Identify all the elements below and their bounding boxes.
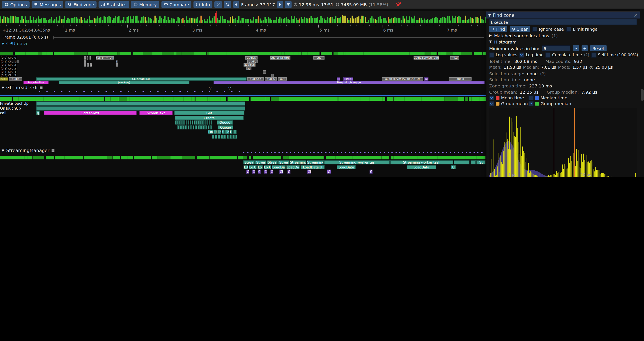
activity-segment[interactable] bbox=[293, 52, 298, 55]
sm-messages-track[interactable] bbox=[0, 152, 486, 154]
message-dot[interactable] bbox=[352, 152, 354, 153]
frame-bar[interactable] bbox=[343, 16, 344, 23]
zone[interactable] bbox=[205, 125, 207, 129]
frame-bar[interactable] bbox=[69, 19, 70, 23]
frame-bar[interactable] bbox=[16, 17, 18, 23]
message-dot[interactable] bbox=[202, 91, 203, 92]
frame-bar[interactable] bbox=[176, 21, 177, 23]
frame-bar[interactable] bbox=[286, 17, 287, 23]
zone[interactable]: LoadData U bbox=[301, 165, 324, 169]
message-dot[interactable] bbox=[344, 152, 346, 153]
zone[interactable]: C bbox=[246, 170, 249, 174]
section-cpu-data[interactable]: ▼CPU data bbox=[2, 41, 27, 47]
activity-segment[interactable] bbox=[346, 52, 351, 55]
message-dot[interactable] bbox=[290, 152, 291, 153]
frame-bar[interactable] bbox=[408, 20, 409, 23]
zone[interactable]: audio bbox=[247, 60, 258, 63]
frame-bar[interactable] bbox=[87, 19, 88, 23]
frame-bar[interactable] bbox=[364, 17, 366, 23]
message-dot[interactable] bbox=[298, 152, 299, 153]
activity-segment[interactable] bbox=[387, 97, 394, 101]
close-icon[interactable]: × bbox=[634, 13, 638, 18]
activity-segment[interactable] bbox=[417, 156, 426, 159]
frame-bar[interactable] bbox=[411, 17, 412, 23]
message-dot[interactable] bbox=[388, 152, 389, 153]
activity-segment[interactable] bbox=[317, 97, 320, 101]
frame-bar[interactable] bbox=[172, 19, 174, 23]
activity-segment[interactable] bbox=[64, 156, 73, 159]
frame-bar[interactable] bbox=[46, 20, 47, 23]
frame-bar[interactable] bbox=[112, 20, 113, 23]
frame-bar[interactable] bbox=[252, 20, 253, 23]
frame-bar[interactable] bbox=[458, 16, 460, 23]
frame-bar[interactable] bbox=[108, 16, 110, 23]
activity-segment[interactable] bbox=[119, 97, 127, 101]
activity-segment[interactable] bbox=[444, 97, 458, 101]
increment-button[interactable]: + bbox=[582, 45, 588, 51]
frame-bar[interactable] bbox=[260, 19, 261, 23]
zone[interactable]: C bbox=[252, 170, 255, 174]
frame-bar[interactable] bbox=[209, 16, 210, 23]
frame-bar[interactable] bbox=[347, 18, 348, 23]
next-frame-button[interactable] bbox=[277, 1, 283, 8]
activity-segment[interactable] bbox=[224, 156, 232, 159]
zone[interactable]: LoadDaU bbox=[286, 165, 300, 169]
frame-bar[interactable] bbox=[362, 16, 363, 23]
frame-bar[interactable] bbox=[462, 20, 463, 23]
activity-segment[interactable] bbox=[310, 156, 322, 159]
activity-segment[interactable] bbox=[391, 156, 394, 159]
activity-segment[interactable] bbox=[170, 97, 174, 101]
frame-bar[interactable] bbox=[256, 19, 258, 23]
frame-bar[interactable] bbox=[166, 20, 167, 23]
activity-segment[interactable] bbox=[242, 156, 247, 159]
activity-segment[interactable] bbox=[361, 156, 373, 159]
frame-bar[interactable] bbox=[53, 20, 54, 23]
activity-segment[interactable] bbox=[182, 52, 194, 55]
message-dot[interactable] bbox=[150, 91, 151, 92]
zone[interactable] bbox=[192, 120, 193, 124]
frame-bar[interactable] bbox=[196, 19, 197, 23]
message-dot[interactable] bbox=[470, 152, 471, 153]
activity-segment[interactable] bbox=[127, 156, 133, 159]
frame-bar[interactable] bbox=[366, 22, 368, 23]
message-dot[interactable] bbox=[411, 152, 412, 153]
zone[interactable] bbox=[210, 120, 212, 124]
zone[interactable]: StreamingManager bbox=[214, 81, 484, 84]
frame-bar[interactable] bbox=[291, 16, 292, 23]
message-dot[interactable] bbox=[438, 152, 440, 153]
activity-segment[interactable] bbox=[412, 97, 422, 101]
message-dot[interactable] bbox=[314, 152, 315, 153]
goto-search-button[interactable] bbox=[224, 1, 232, 8]
message-dot[interactable] bbox=[157, 91, 158, 92]
disconnect-icon[interactable] bbox=[396, 2, 401, 7]
activity-segment[interactable] bbox=[482, 52, 486, 55]
zone[interactable]: k bbox=[116, 63, 118, 67]
activity-segment[interactable] bbox=[371, 52, 377, 55]
frame-bar[interactable] bbox=[417, 20, 418, 23]
activity-segment[interactable] bbox=[257, 97, 265, 101]
activity-segment[interactable] bbox=[232, 156, 235, 159]
frame-bar[interactable] bbox=[10, 16, 11, 23]
message-dot[interactable] bbox=[356, 152, 358, 153]
frame-bar[interactable] bbox=[356, 17, 358, 23]
activity-segment[interactable] bbox=[55, 156, 57, 159]
message-dot[interactable] bbox=[407, 152, 408, 153]
zone[interactable]: aut bbox=[278, 77, 286, 80]
frame-bar[interactable] bbox=[56, 17, 57, 23]
frame-bar[interactable] bbox=[434, 18, 435, 23]
zone[interactable]: LU bbox=[244, 165, 248, 169]
activity-segment[interactable] bbox=[0, 97, 4, 101]
frame-bar[interactable] bbox=[368, 20, 369, 23]
activity-segment[interactable] bbox=[54, 52, 62, 55]
activity-segment[interactable] bbox=[194, 52, 206, 55]
frame-bar[interactable] bbox=[84, 18, 85, 23]
zone[interactable]: audioserver (AudioOut_D) bbox=[382, 77, 423, 80]
activity-segment[interactable] bbox=[431, 97, 444, 101]
activity-segment[interactable] bbox=[321, 52, 332, 55]
help-marker[interactable]: (?) bbox=[540, 71, 546, 76]
zone-marker-icon[interactable]: ▽ bbox=[228, 86, 231, 90]
zone-marker-icon[interactable]: ▽ bbox=[209, 86, 212, 90]
zone[interactable] bbox=[194, 120, 196, 124]
zone[interactable] bbox=[263, 70, 266, 73]
frame-bar[interactable] bbox=[412, 19, 414, 23]
